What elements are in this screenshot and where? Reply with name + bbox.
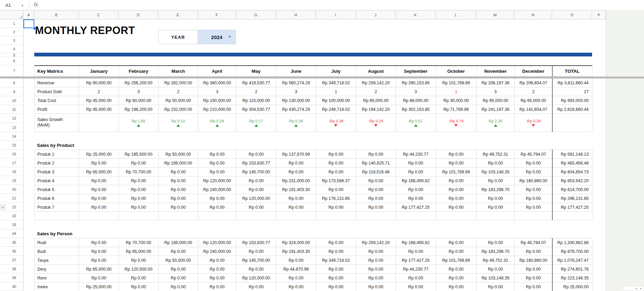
header-month[interactable]: February xyxy=(119,66,159,76)
value-cell[interactable]: Rp 145,700.00 xyxy=(236,256,276,265)
value-cell[interactable]: Rp 0.00 xyxy=(477,159,515,168)
value-cell[interactable]: Rp 0.00 xyxy=(316,168,356,176)
value-cell[interactable]: Rp 0.00 xyxy=(316,159,356,168)
column-header-F[interactable]: F xyxy=(198,11,236,19)
total-cell[interactable]: Rp 223,148.35 xyxy=(552,274,592,283)
value-cell[interactable]: Rp 0.00 xyxy=(515,265,552,274)
row-label[interactable]: Profit xyxy=(35,105,79,114)
row-label[interactable]: Rere xyxy=(35,274,79,283)
row-label[interactable]: Produk 2 xyxy=(35,159,79,168)
value-cell[interactable]: Rp 0.00 xyxy=(198,274,236,283)
value-cell[interactable]: Rp 0.00 xyxy=(198,150,236,159)
value-cell[interactable]: Rp 0.00 xyxy=(316,274,356,283)
value-cell[interactable]: Rp 0.00 xyxy=(79,159,119,168)
value-cell[interactable]: Rp 0.00 xyxy=(79,194,119,203)
value-cell[interactable]: 1 xyxy=(316,87,356,96)
row-label[interactable]: Produk 4 xyxy=(35,176,79,185)
value-cell[interactable]: Rp 100,000.00 xyxy=(316,96,356,105)
value-cell[interactable]: Rp 240,000.00 xyxy=(198,185,236,194)
row-header-6[interactable]: 6 xyxy=(0,57,23,65)
value-cell[interactable]: Rp 101,789.89 xyxy=(436,79,477,87)
value-cell[interactable]: Rp 153,830.77 xyxy=(236,238,276,247)
value-cell[interactable]: Rp 0.00 xyxy=(236,203,276,212)
value-cell[interactable]: Rp 304,530.77 xyxy=(236,105,276,114)
value-cell[interactable]: Rp 120,000.00 xyxy=(236,194,276,203)
value-cell[interactable]: Rp 0.00 xyxy=(79,238,119,247)
year-dropdown-caret-icon[interactable]: ▼ xyxy=(228,35,231,38)
growth-cell[interactable]: Rp 0.51 xyxy=(396,114,436,132)
row-header-17[interactable]: 17 xyxy=(0,158,23,167)
row-header-37[interactable]: 37 xyxy=(0,256,23,264)
value-cell[interactable]: Rp 176,131.65 xyxy=(316,194,356,203)
column-header-L[interactable]: L xyxy=(436,11,476,19)
header-month[interactable]: October xyxy=(436,66,477,76)
empty-cell[interactable] xyxy=(396,212,436,220)
row-header-1[interactable]: 1 xyxy=(0,19,23,28)
value-cell[interactable]: 1 xyxy=(436,87,477,96)
row-label[interactable]: Dery xyxy=(35,265,79,274)
column-header-D[interactable]: D xyxy=(118,11,158,19)
fx-icon[interactable]: fx xyxy=(33,2,38,7)
value-cell[interactable]: Rp 45,794.07 xyxy=(515,238,552,247)
row-header-34[interactable]: 34 xyxy=(0,229,23,238)
value-cell[interactable]: Rp 249,718.02 xyxy=(316,105,356,114)
header-month[interactable]: November xyxy=(477,66,515,76)
selected-cell-a1[interactable] xyxy=(23,19,34,28)
value-cell[interactable]: Rp 0.00 xyxy=(119,274,159,283)
row-header-14[interactable]: 14 xyxy=(0,132,23,141)
value-cell[interactable]: Rp 0.00 xyxy=(198,203,236,212)
row-label[interactable]: Produk 3 xyxy=(35,168,79,176)
value-cell[interactable]: Rp 191,403.30 xyxy=(276,185,316,194)
value-cell[interactable]: Rp 0.00 xyxy=(477,194,515,203)
growth-cell[interactable]: Rp 0.28 xyxy=(198,114,236,132)
select-all-corner[interactable] xyxy=(0,11,23,19)
value-cell[interactable]: Rp 0.00 xyxy=(276,283,316,291)
growth-cell[interactable] xyxy=(552,114,592,132)
value-cell[interactable]: Rp 168,495.82 xyxy=(396,176,436,185)
value-cell[interactable]: Rp 30,000.00 xyxy=(436,96,477,105)
total-cell[interactable]: Rp 1,078,247.47 xyxy=(552,256,592,265)
value-cell[interactable]: 3 xyxy=(396,87,436,96)
value-cell[interactable]: 3 xyxy=(276,87,316,96)
header-total[interactable]: TOTAL xyxy=(552,66,592,76)
value-cell[interactable]: Rp 120,000.00 xyxy=(198,176,236,185)
value-cell[interactable]: Rp 0.00 xyxy=(356,194,396,203)
horizontal-scrollbar[interactable]: ◂ ▸ xyxy=(622,286,644,291)
row-header-20[interactable]: 20 xyxy=(0,185,23,194)
value-cell[interactable]: Rp 0.00 xyxy=(316,185,356,194)
value-cell[interactable]: Rp 150,000.00 xyxy=(198,96,236,105)
value-cell[interactable]: Rp 95,000.00 xyxy=(477,96,515,105)
value-cell[interactable]: Rp 360,000.00 xyxy=(198,79,236,87)
value-cell[interactable]: Rp 45,000.00 xyxy=(79,96,119,105)
value-cell[interactable]: Rp 160,860.00 xyxy=(515,256,552,265)
value-cell[interactable]: Rp 0.00 xyxy=(515,194,552,203)
value-cell[interactable]: Rp 25,000.00 xyxy=(79,283,119,291)
row-header-10[interactable]: 10 xyxy=(0,96,23,105)
value-cell[interactable]: Rp 0.00 xyxy=(515,247,552,256)
row-label[interactable]: Product Sold xyxy=(35,87,79,96)
row-group-expand-button[interactable]: + xyxy=(1,205,5,209)
value-cell[interactable]: Rp 49,752.31 xyxy=(477,256,515,265)
value-cell[interactable]: Rp 160,860.00 xyxy=(515,176,552,185)
value-cell[interactable]: Rp 0.00 xyxy=(236,185,276,194)
row-header-19[interactable]: 19 xyxy=(0,176,23,185)
value-cell[interactable]: Rp 0.00 xyxy=(396,185,436,194)
value-cell[interactable]: Rp 0.00 xyxy=(436,265,477,274)
value-cell[interactable]: Rp 0.00 xyxy=(198,194,236,203)
value-cell[interactable]: Rp 71,789.89 xyxy=(436,105,477,114)
value-cell[interactable]: Rp 0.00 xyxy=(159,194,198,203)
row-label[interactable]: Produk 1 xyxy=(35,150,79,159)
column-header-O[interactable]: O xyxy=(552,11,592,19)
row-header-7[interactable]: 7 xyxy=(0,65,23,76)
value-cell[interactable]: Rp 0.00 xyxy=(198,256,236,265)
value-cell[interactable]: Rp 70,700.00 xyxy=(119,168,159,176)
row-label[interactable]: Tasya xyxy=(35,256,79,265)
empty-cell[interactable] xyxy=(552,212,592,220)
value-cell[interactable]: 3 xyxy=(477,87,515,96)
header-key-matrics[interactable]: Key Matrics xyxy=(35,66,79,76)
column-header-P[interactable]: P xyxy=(592,11,606,19)
value-cell[interactable]: Rp 0.00 xyxy=(515,203,552,212)
value-cell[interactable]: Rp 65,000.00 xyxy=(515,96,552,105)
total-cell[interactable]: 27 xyxy=(552,87,592,96)
row-header-9[interactable]: 9 xyxy=(0,87,23,96)
